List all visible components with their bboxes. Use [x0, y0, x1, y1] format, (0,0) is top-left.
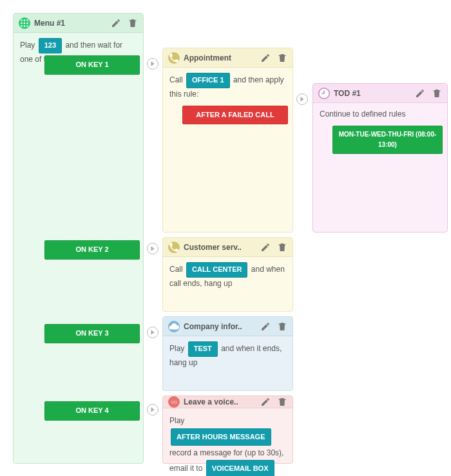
node-title: Company infor.. — [184, 322, 260, 331]
edit-icon[interactable] — [111, 18, 121, 28]
node-body: Call OFFICE 1 and then apply this rule: … — [163, 68, 293, 232]
sentence-text: Continue to defined rules — [320, 108, 441, 120]
node-body: Call CALL CENTER and when call ends, han… — [163, 257, 293, 311]
phone-icon — [168, 242, 180, 253]
svg-rect-5 — [26, 22, 28, 23]
node-header: Company infor.. — [163, 317, 293, 336]
edit-icon[interactable] — [260, 321, 271, 332]
node-title: Appointment — [184, 53, 260, 62]
node-tod[interactable]: TOD #1 Continue to defined rules MON-TUE… — [312, 83, 448, 233]
node-body: Play TEST and when it ends, hang up — [163, 336, 293, 390]
trash-icon[interactable] — [277, 242, 287, 252]
svg-rect-6 — [21, 25, 22, 26]
phone-icon — [168, 52, 180, 64]
option-key-2[interactable]: ON KEY 2 — [44, 240, 140, 260]
sentence-text: Call — [169, 265, 183, 274]
option-key-1[interactable]: ON KEY 1 — [44, 55, 140, 75]
node-appointment[interactable]: Appointment Call OFFICE 1 and then apply… — [162, 48, 293, 233]
tag-sound[interactable]: 123 — [39, 38, 62, 53]
trash-icon[interactable] — [128, 18, 138, 28]
node-title: Customer serv.. — [184, 243, 260, 252]
sentence-text: Call — [169, 75, 183, 84]
svg-rect-3 — [21, 22, 22, 23]
sentence-text: Play — [169, 344, 184, 353]
menu-icon — [19, 17, 30, 29]
tag-sound[interactable]: AFTER HOURS MESSAGE — [171, 428, 271, 446]
node-title: TOD #1 — [334, 89, 415, 98]
sentence-text: Play — [20, 41, 35, 50]
option-key-3[interactable]: ON KEY 3 — [44, 324, 140, 343]
node-body: Play 123 and then wait for one of these … — [14, 33, 143, 463]
svg-rect-4 — [24, 22, 25, 23]
node-title: Menu #1 — [34, 19, 111, 28]
clock-icon — [318, 88, 330, 99]
trash-icon[interactable] — [277, 397, 287, 407]
trash-icon[interactable] — [277, 321, 287, 332]
svg-rect-7 — [24, 25, 25, 26]
node-body: Continue to defined rules MON-TUE-WED-TH… — [313, 103, 447, 232]
node-title: Leave a voice.. — [184, 397, 260, 406]
node-voicemail[interactable]: ○○ Leave a voice.. Play AFTER HOURS MESS… — [162, 395, 293, 464]
node-header: Appointment — [163, 48, 293, 68]
node-menu[interactable]: Menu #1 Play 123 and then wait for one o… — [13, 13, 144, 464]
tag-mailbox[interactable]: VOICEMAIL BOX — [206, 460, 274, 476]
node-body: Play AFTER HOURS MESSAGE record a messag… — [163, 408, 293, 476]
edit-icon[interactable] — [260, 242, 271, 252]
edit-icon[interactable] — [260, 53, 271, 63]
svg-rect-2 — [26, 19, 28, 21]
node-customer-service[interactable]: Customer serv.. Call CALL CENTER and whe… — [162, 237, 293, 312]
svg-rect-8 — [26, 25, 28, 26]
edit-icon[interactable] — [260, 397, 271, 407]
connector-arrow-icon — [147, 58, 158, 70]
rule-schedule[interactable]: MON-TUE-WED-THU-FRI (08:00-13:00) — [332, 126, 443, 154]
trash-icon[interactable] — [432, 88, 442, 99]
node-header: Customer serv.. — [163, 238, 293, 257]
option-key-4[interactable]: ON KEY 4 — [44, 401, 140, 421]
connector-arrow-icon — [296, 93, 308, 105]
tag-target[interactable]: OFFICE 1 — [186, 73, 230, 88]
sentence-text: Play — [169, 416, 184, 425]
node-company-info[interactable]: Company infor.. Play TEST and when it en… — [162, 316, 293, 391]
trash-icon[interactable] — [277, 53, 287, 63]
rule-after-failed-call[interactable]: AFTER A FAILED CALL — [182, 106, 288, 125]
edit-icon[interactable] — [415, 88, 425, 99]
connector-arrow-icon — [147, 327, 158, 338]
sentence-text: and when it ends, hang up — [169, 344, 282, 367]
tag-target[interactable]: CALL CENTER — [186, 262, 247, 278]
svg-rect-1 — [24, 19, 25, 21]
node-header: TOD #1 — [313, 84, 447, 103]
connector-arrow-icon — [147, 404, 158, 415]
voicemail-icon: ○○ — [168, 396, 180, 408]
cloud-icon — [168, 321, 180, 332]
node-header: Menu #1 — [14, 14, 143, 33]
tag-sound[interactable]: TEST — [188, 341, 218, 357]
connector-arrow-icon — [147, 243, 158, 254]
node-header: ○○ Leave a voice.. — [163, 396, 293, 408]
svg-rect-0 — [21, 19, 22, 21]
